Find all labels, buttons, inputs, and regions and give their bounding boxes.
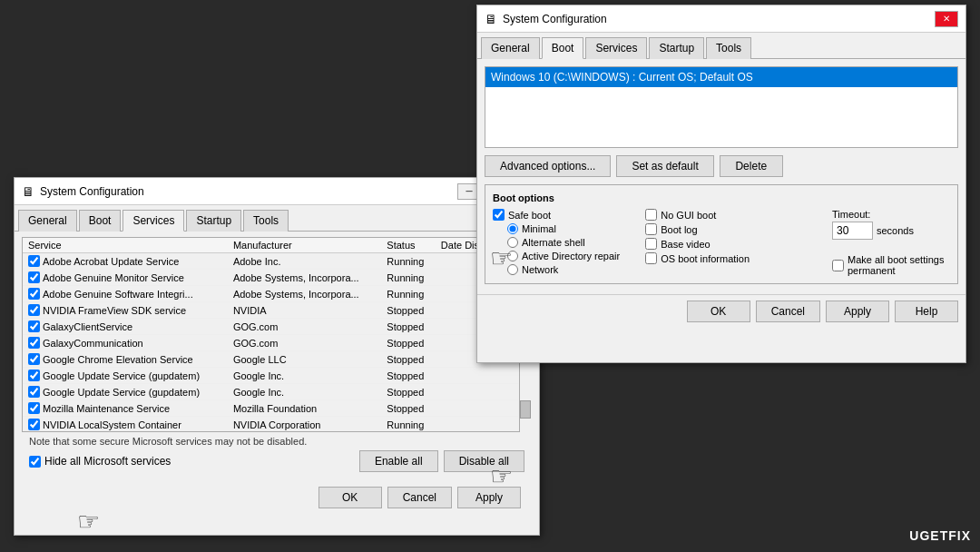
help-button-boot[interactable]: Help	[895, 301, 958, 322]
cancel-button-services[interactable]: Cancel	[387, 487, 452, 508]
manufacturer-cell: Adobe Systems, Incorpora...	[228, 270, 381, 286]
cancel-button-boot[interactable]: Cancel	[756, 301, 820, 322]
set-default-button[interactable]: Set as default	[616, 155, 713, 177]
table-row[interactable]: Mozilla Maintenance Service Mozilla Foun…	[23, 400, 518, 417]
no-gui-label[interactable]: No GUI boot	[661, 210, 716, 221]
ok-button-services[interactable]: OK	[318, 487, 382, 508]
active-directory-label[interactable]: Active Directory repair	[522, 251, 620, 261]
ok-button-boot[interactable]: OK	[687, 301, 750, 322]
manufacturer-cell: Google LLC	[228, 351, 381, 368]
table-row[interactable]: Adobe Genuine Monitor Service Adobe Syst…	[23, 270, 518, 286]
service-name: Adobe Genuine Monitor Service	[43, 272, 184, 283]
tab-startup-b[interactable]: Startup	[649, 37, 704, 59]
manufacturer-cell: NVIDIA Corporation	[228, 417, 381, 433]
table-row[interactable]: Google Chrome Elevation Service Google L…	[23, 351, 518, 368]
advanced-options-button[interactable]: Advanced options...	[485, 155, 611, 177]
table-row[interactable]: NVIDIA LocalSystem Container NVIDIA Corp…	[23, 417, 518, 433]
boot-options-label: Boot options	[493, 192, 950, 203]
title-bar-controls-boot: ✕	[935, 11, 958, 27]
services-table-wrapper[interactable]: Service Manufacturer Status Date Disable…	[22, 237, 532, 432]
table-row[interactable]: GalaxyClientService GOG.com Stopped	[23, 319, 518, 335]
service-checkbox[interactable]	[28, 288, 40, 300]
delete-button[interactable]: Delete	[720, 155, 783, 177]
table-row[interactable]: Adobe Acrobat Update Service Adobe Inc. …	[23, 253, 518, 270]
window-icon-boot: 🖥	[485, 12, 497, 26]
service-checkbox[interactable]	[28, 255, 40, 267]
service-cell: GalaxyCommunication	[23, 335, 228, 351]
boot-log-checkbox[interactable]	[645, 223, 657, 235]
scrollbar-thumb[interactable]	[520, 400, 531, 419]
active-directory-radio[interactable]	[507, 251, 518, 261]
timeout-label: Timeout:	[832, 209, 870, 220]
make-permanent-checkbox[interactable]	[832, 260, 844, 271]
os-list[interactable]: Windows 10 (C:\WINDOWS) : Current OS; De…	[485, 66, 958, 148]
safe-boot-label[interactable]: Safe boot	[508, 210, 551, 221]
safe-boot-checkbox[interactable]	[493, 209, 505, 221]
tab-tools-s[interactable]: Tools	[243, 210, 289, 232]
os-boot-info-checkbox[interactable]	[645, 252, 657, 264]
alternate-shell-label[interactable]: Alternate shell	[522, 237, 585, 248]
date-cell	[436, 384, 518, 400]
hide-microsoft-label[interactable]: Hide all Microsoft services	[44, 455, 171, 468]
service-checkbox[interactable]	[28, 337, 40, 349]
service-checkbox[interactable]	[28, 386, 40, 398]
tab-boot-s[interactable]: Boot	[79, 210, 122, 232]
close-button-boot[interactable]: ✕	[935, 11, 958, 27]
service-name: Google Update Service (gupdatem)	[43, 387, 200, 398]
service-checkbox[interactable]	[28, 304, 40, 316]
tab-startup-s[interactable]: Startup	[186, 210, 241, 232]
table-row[interactable]: GalaxyCommunication GOG.com Stopped	[23, 335, 518, 351]
manufacturer-cell: GOG.com	[228, 335, 381, 351]
alternate-shell-radio[interactable]	[507, 237, 518, 248]
enable-all-button[interactable]: Enable all	[359, 450, 438, 472]
minimal-radio[interactable]	[507, 223, 518, 234]
service-cell: Google Update Service (gupdatem)	[23, 384, 228, 400]
base-video-label[interactable]: Base video	[661, 239, 710, 250]
table-row[interactable]: Google Update Service (gupdatem) Google …	[23, 384, 518, 400]
manufacturer-cell: NVIDIA	[228, 302, 381, 319]
minimal-label[interactable]: Minimal	[522, 223, 556, 234]
status-cell: Stopped	[381, 400, 436, 417]
window-boot[interactable]: 🖥 System Configuration ✕ General Boot Se…	[476, 5, 966, 363]
status-cell: Running	[381, 417, 436, 433]
title-bar-boot: 🖥 System Configuration ✕	[477, 5, 965, 33]
window-services[interactable]: 🖥 System Configuration ─ □ ✕ General Boo…	[14, 177, 540, 536]
apply-button-services[interactable]: Apply	[457, 487, 521, 508]
boot-log-label[interactable]: Boot log	[661, 224, 697, 235]
tab-general-b[interactable]: General	[481, 37, 540, 59]
table-row[interactable]: NVIDIA FrameView SDK service NVIDIA Stop…	[23, 302, 518, 319]
service-checkbox[interactable]	[28, 353, 40, 365]
table-row[interactable]: Google Update Service (gupdatem) Google …	[23, 368, 518, 384]
make-permanent-label[interactable]: Make all boot settings permanent	[848, 254, 950, 276]
tab-boot-b[interactable]: Boot	[542, 37, 584, 59]
tab-tools-b[interactable]: Tools	[706, 37, 751, 59]
network-radio[interactable]	[507, 264, 518, 275]
service-checkbox[interactable]	[28, 271, 40, 283]
services-table: Service Manufacturer Status Date Disable…	[23, 238, 518, 432]
service-name: GalaxyCommunication	[43, 338, 143, 349]
tabs-services: General Boot Services Startup Tools	[15, 205, 539, 232]
os-entry[interactable]: Windows 10 (C:\WINDOWS) : Current OS; De…	[485, 67, 957, 87]
tab-services-b[interactable]: Services	[585, 37, 647, 59]
alternate-shell-row: Alternate shell	[507, 237, 620, 248]
service-checkbox[interactable]	[28, 402, 40, 414]
disable-all-button[interactable]: Disable all	[444, 450, 524, 472]
service-name: GalaxyClientService	[43, 321, 132, 332]
timeout-input[interactable]	[832, 222, 873, 240]
window-title-services: System Configuration	[40, 185, 144, 198]
tab-general-s[interactable]: General	[18, 210, 77, 232]
base-video-checkbox[interactable]	[645, 238, 657, 250]
table-row[interactable]: Adobe Genuine Software Integri... Adobe …	[23, 286, 518, 302]
window-icon-services: 🖥	[22, 184, 34, 199]
no-gui-checkbox[interactable]	[645, 209, 657, 221]
tab-services-s[interactable]: Services	[122, 210, 184, 232]
status-cell: Running	[381, 286, 436, 302]
service-checkbox[interactable]	[28, 370, 40, 381]
service-checkbox[interactable]	[28, 320, 40, 332]
os-boot-info-label[interactable]: OS boot information	[661, 253, 750, 264]
service-checkbox[interactable]	[28, 419, 40, 430]
apply-button-boot[interactable]: Apply	[826, 301, 889, 322]
hide-microsoft-checkbox[interactable]	[29, 456, 41, 468]
network-label[interactable]: Network	[522, 264, 558, 275]
tabs-boot: General Boot Services Startup Tools	[477, 33, 965, 59]
